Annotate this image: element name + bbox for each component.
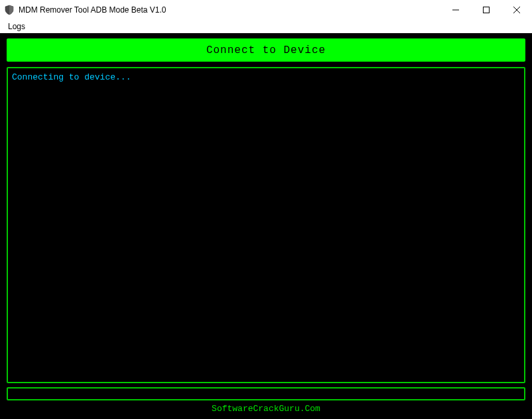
window-controls xyxy=(440,0,532,20)
log-panel: Connecting to device... xyxy=(7,67,525,383)
close-button[interactable] xyxy=(501,0,532,20)
log-line: Connecting to device... xyxy=(12,72,131,82)
menubar: Logs xyxy=(0,20,532,33)
svg-line-2 xyxy=(513,7,520,13)
svg-rect-1 xyxy=(484,7,490,13)
client-area: Connect to Device Connecting to device..… xyxy=(0,33,532,419)
minimize-button[interactable] xyxy=(440,0,471,20)
maximize-button[interactable] xyxy=(471,0,501,20)
app-icon xyxy=(4,5,15,15)
footer: SoftwareCrackGuru.Com xyxy=(7,403,525,415)
connect-button[interactable]: Connect to Device xyxy=(7,38,525,62)
status-bar xyxy=(7,387,525,400)
titlebar: MDM Remover Tool ADB Mode Beta V1.0 xyxy=(0,0,532,20)
footer-link[interactable]: SoftwareCrackGuru.Com xyxy=(212,404,320,414)
menu-logs[interactable]: Logs xyxy=(5,22,28,31)
svg-line-3 xyxy=(513,7,520,13)
window-title: MDM Remover Tool ADB Mode Beta V1.0 xyxy=(19,5,166,15)
